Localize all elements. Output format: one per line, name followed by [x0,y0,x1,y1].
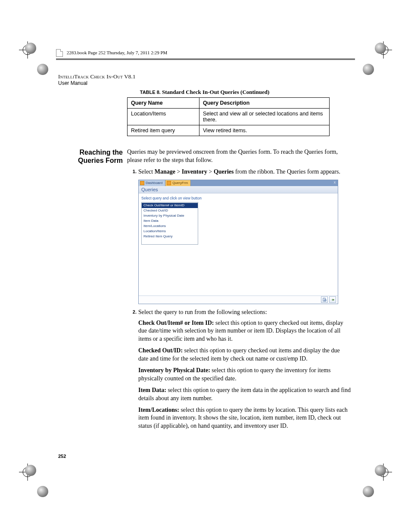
page-number: 252 [58,454,66,459]
tab-queryfrm[interactable]: QueryFrm [165,180,191,186]
definitions-block: Check Out/Item# or Item ID: select this … [138,319,351,431]
queries-table: Query Name Query Description Location/It… [127,97,330,136]
table-row: Location/Items Select and view all or se… [128,109,330,125]
preview-button[interactable] [321,296,328,303]
table-row: Retired item query View retired items. [128,125,330,136]
definition-item: Check Out/Item# or Item ID: select this … [138,319,351,344]
registration-ball [25,465,36,476]
book-page-icon [56,49,63,57]
tab-dashboard[interactable]: Dashboard [139,180,165,186]
list-item[interactable]: Checked Out/ID [142,208,198,213]
table-header: Query Description [199,98,330,109]
list-item[interactable]: Check Out/Item# or ItemID [142,203,198,208]
step-number: 1. [127,168,137,176]
tab-icon [140,181,144,185]
form-instruction: Select query and click on view button [139,193,338,201]
export-button[interactable] [329,296,336,303]
tab-icon [167,181,171,185]
query-listbox[interactable]: Check Out/Item# or ItemID Checked Out/ID… [141,202,198,245]
list-item[interactable]: Item Data [142,218,198,224]
registration-ball [375,43,386,54]
registration-ball [37,64,48,75]
document-title: IntelliTrack Check In-Out V8.1 [58,73,351,80]
registration-ball [363,64,374,75]
header-text: 2283.book Page 252 Thursday, July 7, 201… [67,50,168,55]
form-footer [139,296,338,304]
page-header-line: 2283.book Page 252 Thursday, July 7, 201… [56,49,355,60]
list-item[interactable]: Location/Items [142,229,198,234]
list-item[interactable]: Inventory by Physical Date [142,213,198,218]
definition-item: Checked Out/ID: select this option to qu… [138,347,351,363]
intro-paragraph: Queries may be previewed onscreen from t… [127,148,351,165]
step-number: 2. [127,308,137,317]
list-item[interactable]: Item/Locations [142,224,198,229]
definition-item: Item Data: select this option to query t… [138,386,351,403]
table-header: Query Name [128,98,199,109]
registration-ball [363,486,374,497]
definition-item: Inventory by Physical Date: select this … [138,367,351,383]
app-tabstrip: Dashboard QueryFrm x [139,180,338,186]
tab-close-button[interactable]: x [332,180,338,186]
registration-ball [25,43,36,54]
form-blank-area [139,245,338,296]
document-subtitle: User Manual [58,80,351,86]
step-text: Select the query to run from the followi… [138,308,351,317]
queries-form-screenshot: Dashboard QueryFrm x Queries Select quer… [138,180,338,304]
definition-item: Item/Locations: select this option to qu… [138,406,351,431]
table-caption: TABLE 8. Standard Check In-Out Queries (… [58,89,351,96]
form-title: Queries [139,186,338,193]
registration-ball [375,465,386,476]
registration-ball [37,486,48,497]
step-text: Select Manage > Inventory > Queries from… [138,168,351,176]
section-heading: Reaching the Queries Form [58,148,123,434]
list-item[interactable]: Retired Item Query [142,234,198,239]
